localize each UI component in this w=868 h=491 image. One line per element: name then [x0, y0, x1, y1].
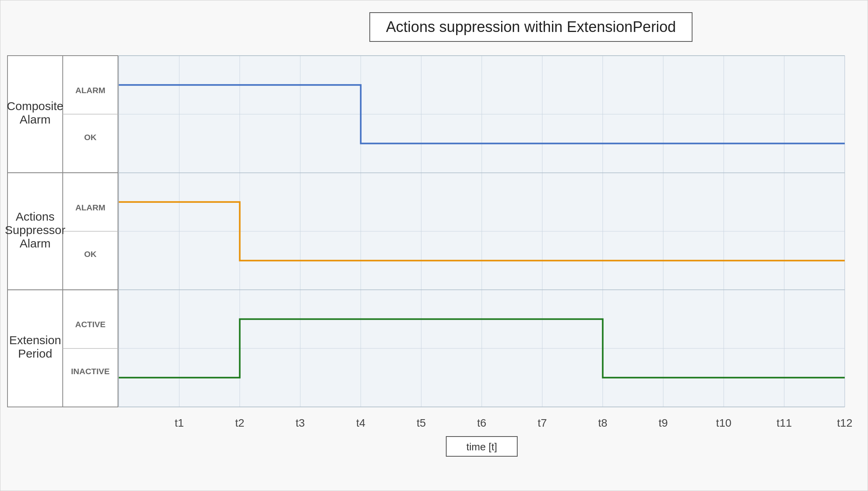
chart-svg: CompositeAlarmALARMOKActionsSuppressorAl…: [0, 48, 868, 462]
svg-text:t7: t7: [538, 417, 547, 429]
svg-text:t1: t1: [175, 417, 184, 429]
svg-text:Alarm: Alarm: [20, 113, 51, 126]
svg-text:ALARM: ALARM: [75, 203, 105, 212]
svg-text:t8: t8: [598, 417, 607, 429]
svg-text:ACTIVE: ACTIVE: [75, 320, 105, 329]
svg-text:t12: t12: [837, 417, 853, 429]
svg-text:t5: t5: [417, 417, 426, 429]
main-container: Actions suppression within ExtensionPeri…: [0, 0, 868, 491]
svg-text:OK: OK: [84, 133, 97, 142]
svg-text:OK: OK: [84, 249, 97, 259]
svg-text:t9: t9: [658, 417, 668, 429]
svg-text:Actions: Actions: [16, 210, 54, 223]
svg-text:t11: t11: [776, 417, 792, 429]
svg-text:t10: t10: [716, 417, 731, 429]
svg-text:Alarm: Alarm: [20, 237, 51, 250]
svg-text:Suppressor: Suppressor: [5, 223, 65, 236]
svg-text:INACTIVE: INACTIVE: [71, 367, 110, 376]
chart-title: Actions suppression within ExtensionPeri…: [369, 12, 692, 42]
svg-text:t3: t3: [296, 417, 305, 429]
svg-text:Composite: Composite: [7, 99, 63, 112]
svg-text:Period: Period: [18, 347, 52, 360]
svg-text:Extension: Extension: [9, 334, 61, 347]
svg-text:t4: t4: [356, 417, 365, 429]
svg-text:t6: t6: [477, 417, 486, 429]
svg-text:time [t]: time [t]: [466, 441, 497, 453]
svg-text:ALARM: ALARM: [75, 86, 105, 95]
svg-text:t2: t2: [235, 417, 244, 429]
